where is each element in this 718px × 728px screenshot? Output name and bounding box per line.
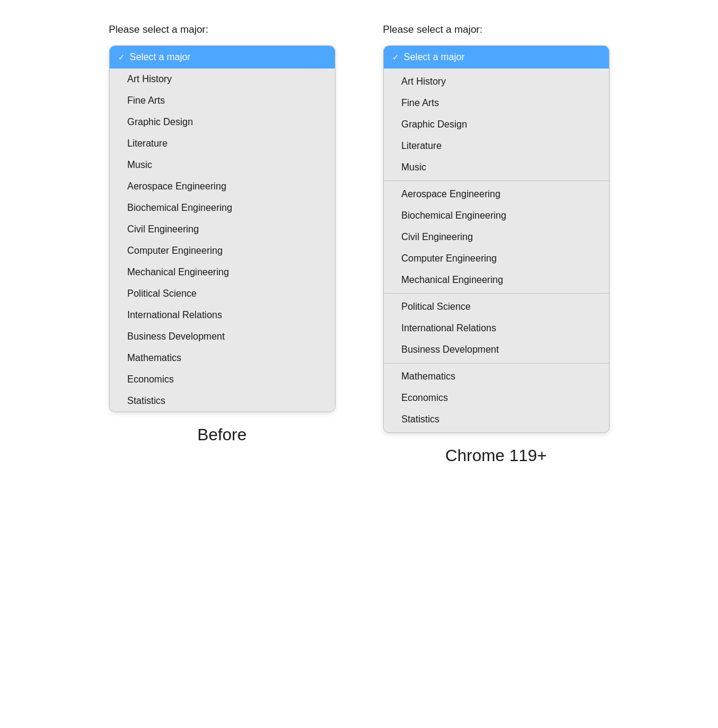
list-item[interactable]: Statistics bbox=[384, 409, 609, 430]
list-item[interactable]: Mathematics bbox=[110, 347, 335, 369]
list-item[interactable]: Music bbox=[384, 157, 609, 178]
after-dropdown-wrapper: ✓ Select a major Art HistoryFine ArtsGra… bbox=[383, 45, 610, 433]
after-selected-option[interactable]: ✓ Select a major bbox=[384, 46, 609, 69]
list-item[interactable]: Mechanical Engineering bbox=[384, 269, 609, 291]
list-item[interactable]: Biochemical Engineering bbox=[110, 197, 335, 219]
before-selected-option[interactable]: ✓ Select a major bbox=[110, 46, 335, 69]
list-item[interactable]: Aerospace Engineering bbox=[110, 176, 335, 197]
list-item[interactable]: Art History bbox=[110, 69, 335, 90]
list-item[interactable]: Literature bbox=[110, 133, 335, 154]
after-checkmark-icon: ✓ bbox=[392, 52, 399, 62]
list-item[interactable]: Mathematics bbox=[384, 366, 609, 387]
list-item[interactable]: Aerospace Engineering bbox=[384, 183, 609, 205]
list-item[interactable]: Business Development bbox=[384, 339, 609, 360]
list-item[interactable]: International Relations bbox=[110, 304, 335, 326]
option-group-group-engineering: Aerospace EngineeringBiochemical Enginee… bbox=[384, 181, 609, 293]
after-options-list: Art HistoryFine ArtsGraphic DesignLitera… bbox=[384, 69, 609, 433]
after-dropdown[interactable]: ✓ Select a major Art HistoryFine ArtsGra… bbox=[383, 45, 610, 433]
after-panel: Please select a major: ✓ Select a major … bbox=[383, 24, 610, 465]
list-item[interactable]: Music bbox=[110, 154, 335, 176]
list-item[interactable]: Biochemical Engineering bbox=[384, 205, 609, 226]
option-group-group-math: MathematicsEconomicsStatistics bbox=[384, 363, 609, 433]
list-item[interactable]: Literature bbox=[384, 135, 609, 157]
before-checkmark-icon: ✓ bbox=[118, 52, 125, 62]
after-caption: Chrome 119+ bbox=[445, 446, 546, 465]
list-item[interactable]: Political Science bbox=[110, 283, 335, 304]
option-group-group-arts: Art HistoryFine ArtsGraphic DesignLitera… bbox=[384, 69, 609, 181]
list-item[interactable]: Graphic Design bbox=[110, 111, 335, 133]
list-item[interactable]: Fine Arts bbox=[110, 90, 335, 111]
after-selected-label: Select a major bbox=[404, 52, 465, 63]
before-label: Please select a major: bbox=[109, 24, 335, 36]
list-item[interactable]: Economics bbox=[384, 387, 609, 409]
before-selected-label: Select a major bbox=[130, 52, 191, 63]
list-item[interactable]: International Relations bbox=[384, 318, 609, 339]
list-item[interactable]: Economics bbox=[110, 369, 335, 390]
list-item[interactable]: Civil Engineering bbox=[110, 219, 335, 240]
option-group-group-social: Political ScienceInternational Relations… bbox=[384, 293, 609, 363]
before-panel: Please select a major: ✓ Select a major … bbox=[109, 24, 335, 444]
list-item[interactable]: Mechanical Engineering bbox=[110, 262, 335, 283]
list-item[interactable]: Business Development bbox=[110, 326, 335, 347]
before-caption: Before bbox=[197, 425, 247, 444]
list-item[interactable]: Computer Engineering bbox=[110, 240, 335, 262]
before-dropdown[interactable]: ✓ Select a major Art HistoryFine ArtsGra… bbox=[109, 45, 335, 412]
list-item[interactable]: Statistics bbox=[110, 390, 335, 412]
before-options-list: Art HistoryFine ArtsGraphic DesignLitera… bbox=[110, 69, 335, 412]
page-container: Please select a major: ✓ Select a major … bbox=[14, 24, 705, 465]
before-dropdown-wrapper: ✓ Select a major Art HistoryFine ArtsGra… bbox=[109, 45, 335, 412]
list-item[interactable]: Computer Engineering bbox=[384, 248, 609, 269]
list-item[interactable]: Art History bbox=[384, 71, 609, 92]
list-item[interactable]: Fine Arts bbox=[384, 92, 609, 114]
list-item[interactable]: Graphic Design bbox=[384, 114, 609, 135]
list-item[interactable]: Political Science bbox=[384, 296, 609, 318]
list-item[interactable]: Civil Engineering bbox=[384, 226, 609, 248]
after-label: Please select a major: bbox=[383, 24, 610, 36]
